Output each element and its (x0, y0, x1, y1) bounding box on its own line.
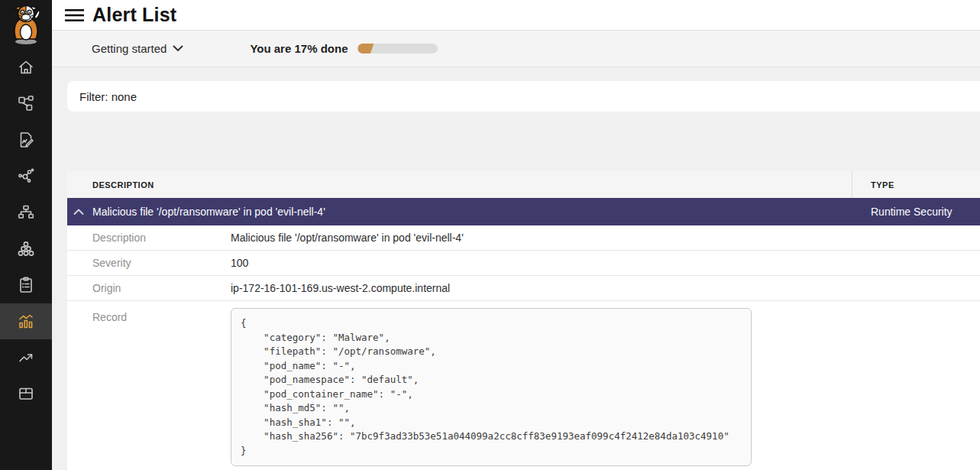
sidebar (0, 0, 52, 470)
top-header: Alert List (52, 0, 980, 31)
detail-value: 100 (231, 257, 248, 269)
home-icon (17, 58, 35, 76)
network-hierarchy-icon (17, 203, 35, 222)
filter-label: Filter: none (79, 90, 137, 103)
detail-row-record: Record { "category": "Malware", "filepat… (67, 301, 980, 470)
alert-type: Runtime Security (871, 206, 953, 218)
progress-bar (357, 44, 438, 53)
content-area: Filter: none DESCRIPTION TYPE Malicious … (52, 67, 980, 470)
detail-label: Origin (92, 282, 121, 294)
record-json-card: { "category": "Malware", "filepath": "/o… (231, 308, 752, 466)
alert-details: Description Malicious file '/opt/ransomw… (67, 225, 980, 470)
detail-label: Record (92, 311, 127, 323)
sidebar-item-network[interactable] (0, 194, 52, 231)
archive-box-icon (17, 384, 35, 403)
compliance-clipboard-icon (17, 276, 35, 294)
app-root: Alert List Getting started You are 17% d… (0, 0, 980, 470)
chevron-down-icon (173, 45, 183, 52)
alerts-chart-icon (17, 312, 35, 330)
sidebar-item-workloads[interactable] (0, 231, 52, 267)
sidebar-item-trends[interactable] (0, 339, 52, 376)
page-title: Alert List (92, 4, 176, 26)
column-divider (852, 171, 852, 198)
chevron-up-icon (73, 209, 84, 216)
table-header: DESCRIPTION TYPE (67, 171, 980, 198)
sidebar-item-policy-editor[interactable] (0, 122, 52, 158)
main-area: Alert List Getting started You are 17% d… (52, 0, 980, 470)
cat-logo[interactable] (0, 0, 52, 49)
connections-graph-icon (17, 167, 35, 185)
hamburger-icon (65, 7, 84, 24)
sidebar-item-service-map[interactable] (0, 86, 52, 122)
detail-value: ip-172-16-101-169.us-west-2.compute.inte… (231, 282, 450, 294)
progress-fill (357, 44, 374, 53)
service-map-icon (17, 94, 35, 112)
detail-row-description: Description Malicious file '/opt/ransomw… (67, 225, 980, 251)
alert-description: Malicious file '/opt/ransomware' in pod … (92, 206, 325, 218)
getting-started-dropdown[interactable]: Getting started (92, 42, 183, 55)
policy-editor-icon (17, 131, 35, 149)
detail-label: Severity (92, 257, 131, 269)
sidebar-item-home[interactable] (0, 49, 52, 86)
sidebar-nav (0, 49, 52, 412)
sidebar-item-archive[interactable] (0, 376, 52, 413)
detail-label: Description (92, 232, 146, 244)
getting-started-label: Getting started (92, 42, 167, 55)
column-header-type[interactable]: TYPE (871, 180, 894, 190)
record-json: { "category": "Malware", "filepath": "/o… (241, 316, 742, 458)
sidebar-item-compliance[interactable] (0, 267, 52, 303)
detail-value: Malicious file '/opt/ransomware' in pod … (231, 232, 464, 244)
sidebar-item-alerts[interactable] (0, 303, 52, 340)
workload-cluster-icon (17, 239, 35, 258)
trends-icon (17, 348, 35, 367)
filter-bar[interactable]: Filter: none (67, 81, 980, 112)
alert-table: DESCRIPTION TYPE Malicious file '/opt/ra… (67, 171, 980, 470)
progress-text: You are 17% done (250, 42, 348, 55)
detail-row-severity: Severity 100 (67, 251, 980, 276)
alert-row-expanded[interactable]: Malicious file '/opt/ransomware' in pod … (67, 198, 980, 225)
column-header-description[interactable]: DESCRIPTION (92, 180, 154, 190)
getting-started-bar: Getting started You are 17% done (52, 31, 980, 67)
detail-row-origin: Origin ip-172-16-101-169.us-west-2.compu… (67, 276, 980, 301)
cat-mascot-icon (8, 4, 44, 45)
hamburger-menu-button[interactable] (65, 7, 84, 24)
sidebar-item-connections[interactable] (0, 158, 52, 195)
